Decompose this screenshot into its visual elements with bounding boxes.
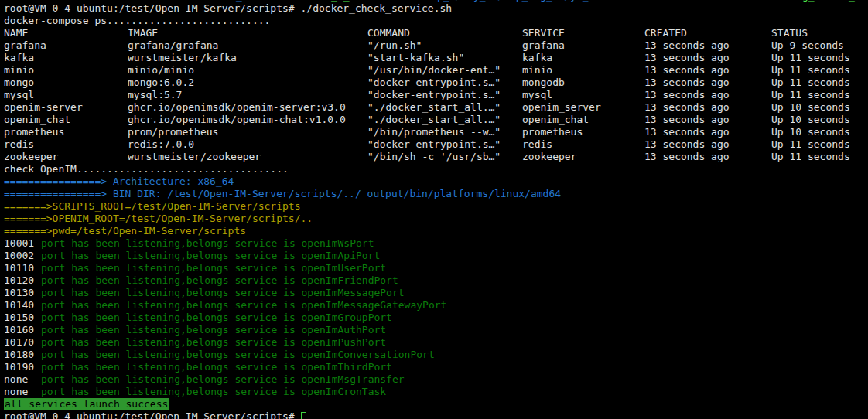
- scripts-root-line: =======>SCRIPTS_ROOT=/test/Open-IM-Serve…: [4, 200, 868, 213]
- port-status-message: port has been listening,belongs service …: [41, 274, 398, 286]
- container-command: "/bin/sh -c '/usr/sb…": [367, 151, 522, 163]
- container-service: grafana: [522, 39, 644, 52]
- table-row: openim_chatghcr.io/openimsdk/openim-chat…: [4, 114, 868, 126]
- container-status: Up 11 seconds: [771, 64, 868, 77]
- clipped-text-fragment: _ _: [331, 0, 349, 2]
- port-check-line: 10120port has been listening,belongs ser…: [4, 274, 868, 287]
- port-status-message: port has been listening,belongs service …: [41, 287, 405, 298]
- container-created: 13 seconds ago: [644, 101, 771, 114]
- container-name: openim-server: [4, 101, 128, 114]
- port-check-lines: 10001port has been listening,belongs ser…: [4, 237, 868, 398]
- container-service: zookeeper: [522, 151, 644, 163]
- container-service: openim_chat: [522, 114, 644, 126]
- container-image: mongo:6.0.2: [128, 77, 367, 89]
- column-header-image: IMAGE: [128, 27, 367, 39]
- container-status: Up 11 seconds: [771, 89, 868, 101]
- ps-table-rows: grafanagrafana/grafana"/run.sh"grafana13…: [4, 39, 868, 163]
- container-image: minio/minio: [128, 64, 367, 77]
- port-status-message: port has been listening,belongs service …: [41, 386, 386, 397]
- container-name: minio: [4, 64, 128, 77]
- container-service: prometheus: [522, 126, 644, 138]
- port-status-message: port has been listening,belongs service …: [41, 361, 392, 373]
- port-status-message: port has been listening,belongs service …: [41, 373, 405, 385]
- container-status: Up 10 seconds: [771, 101, 868, 114]
- column-header-name: NAME: [4, 27, 128, 39]
- container-service: openim_server: [522, 101, 644, 114]
- terminal-window[interactable]: _ _ _ p_ / y_ / p_ g_ /y _ g_ _ root@VM-…: [0, 0, 868, 419]
- port-number: 10180: [4, 349, 41, 361]
- port-number: 10110: [4, 262, 41, 274]
- clipped-text-fragment: _: [236, 0, 242, 2]
- port-status-message: port has been listening,belongs service …: [41, 349, 435, 360]
- container-name: grafana: [4, 39, 128, 52]
- clipped-text-fragment: p_ / y_ / p_ g_ /y _: [437, 0, 589, 2]
- container-service: kafka: [522, 52, 644, 64]
- container-status: Up 9 seconds: [771, 39, 868, 52]
- port-number: 10160: [4, 324, 41, 336]
- success-badge: all services launch success: [4, 398, 169, 410]
- container-created: 13 seconds ago: [644, 151, 771, 163]
- port-status-message: port has been listening,belongs service …: [41, 250, 380, 261]
- table-row: kafkawurstmeister/kafka"start-kafka.sh"k…: [4, 52, 868, 64]
- port-number: 10170: [4, 336, 41, 349]
- container-image: grafana/grafana: [128, 39, 367, 52]
- port-check-line: noneport has been listening,belongs serv…: [4, 373, 868, 386]
- port-check-line: 10140port has been listening,belongs ser…: [4, 299, 868, 312]
- port-number: 10140: [4, 299, 41, 312]
- prompt-text: root@VM-0-4-ubuntu:/test/Open-IM-Server/…: [4, 410, 301, 419]
- table-row: mysqlmysql:5.7"docker-entrypoint.s…"mysq…: [4, 89, 868, 101]
- check-openim-line: check OpenIM............................…: [4, 163, 868, 175]
- terminal-cursor: [301, 412, 306, 419]
- container-image: wurstmeister/kafka: [128, 52, 367, 64]
- clipped-text-fragment: g_: [802, 0, 815, 2]
- clipped-text-fragment: _: [849, 0, 855, 2]
- column-header-command: COMMAND: [367, 27, 522, 39]
- port-check-line: 10110port has been listening,belongs ser…: [4, 262, 868, 274]
- container-status: Up 11 seconds: [771, 138, 868, 151]
- port-check-line: 10190port has been listening,belongs ser…: [4, 361, 868, 373]
- container-command: "docker-entrypoint.s…": [367, 89, 522, 101]
- container-name: openim_chat: [4, 114, 128, 126]
- container-created: 13 seconds ago: [644, 89, 771, 101]
- port-check-line: noneport has been listening,belongs serv…: [4, 386, 868, 398]
- container-image: wurstmeister/zookeeper: [128, 151, 367, 163]
- bindir-line: ================> BIN_DIR: /test/Open-IM…: [4, 188, 868, 200]
- port-status-message: port has been listening,belongs service …: [41, 262, 386, 274]
- container-name: mysql: [4, 89, 128, 101]
- port-status-message: port has been listening,belongs service …: [41, 324, 386, 336]
- container-image: mysql:5.7: [128, 89, 367, 101]
- container-command: "/usr/bin/docker-ent…": [367, 64, 522, 77]
- container-command: "start-kafka.sh": [367, 52, 522, 64]
- container-service: redis: [522, 138, 644, 151]
- port-status-message: port has been listening,belongs service …: [41, 336, 386, 348]
- container-name: prometheus: [4, 126, 128, 138]
- column-header-created: CREATED: [644, 27, 771, 39]
- port-number: 10150: [4, 312, 41, 324]
- container-image: ghcr.io/openimsdk/openim-server:v3.0: [128, 101, 367, 114]
- container-status: Up 11 seconds: [771, 77, 868, 89]
- port-check-line: 10180port has been listening,belongs ser…: [4, 349, 868, 361]
- port-number: 10130: [4, 287, 41, 299]
- table-row: mongomongo:6.0.2"docker-entrypoint.s…"mo…: [4, 77, 868, 89]
- success-line: all services launch success: [4, 398, 868, 410]
- container-status: Up 11 seconds: [771, 52, 868, 64]
- container-created: 13 seconds ago: [644, 64, 771, 77]
- port-status-message: port has been listening,belongs service …: [41, 299, 446, 311]
- pwd-line: =======>pwd=/test/Open-IM-Server/scripts: [4, 225, 868, 237]
- container-created: 13 seconds ago: [644, 138, 771, 151]
- port-check-line: 10001port has been listening,belongs ser…: [4, 237, 868, 250]
- container-status: Up 11 seconds: [771, 151, 868, 163]
- port-status-message: port has been listening,belongs service …: [41, 312, 392, 323]
- container-service: minio: [522, 64, 644, 77]
- clipped-previous-line: _ _ _ p_ / y_ / p_ g_ /y _ g_ _: [4, 0, 868, 2]
- port-number: 10001: [4, 237, 41, 250]
- container-name: zookeeper: [4, 151, 128, 163]
- container-status: Up 10 seconds: [771, 126, 868, 138]
- port-number: 10190: [4, 361, 41, 373]
- table-row: openim-serverghcr.io/openimsdk/openim-se…: [4, 101, 868, 114]
- compose-ps-line: docker-compose ps.......................…: [4, 15, 868, 27]
- column-header-status: STATUS: [771, 27, 868, 39]
- container-name: redis: [4, 138, 128, 151]
- container-command: "/run.sh": [367, 39, 522, 52]
- port-check-line: 10170port has been listening,belongs ser…: [4, 336, 868, 349]
